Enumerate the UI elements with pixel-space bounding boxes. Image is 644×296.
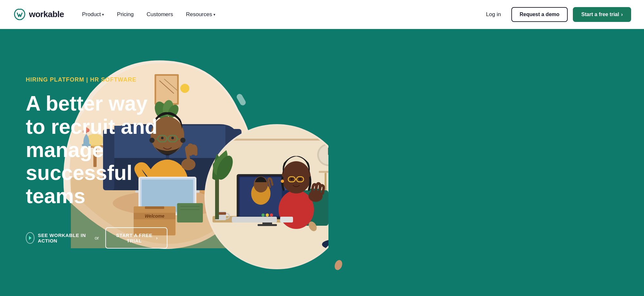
svg-point-68 xyxy=(261,213,265,217)
watch-action-button[interactable]: SEE WORKABLE IN ACTION xyxy=(26,232,88,244)
play-triangle-icon xyxy=(28,236,32,240)
request-demo-button[interactable]: Request a demo xyxy=(511,7,568,22)
hero-content: HIRING PLATFORM | HR SOFTWARE A better w… xyxy=(0,76,193,248)
hero-title: A better way to recruit and manage succe… xyxy=(26,92,167,208)
product-chevron-icon: ▾ xyxy=(102,13,104,17)
svg-rect-86 xyxy=(215,177,219,219)
svg-rect-61 xyxy=(258,224,277,226)
logo[interactable]: workable xyxy=(13,9,64,20)
start-trial-button[interactable]: Start a free trial › xyxy=(573,7,631,22)
svg-rect-55 xyxy=(319,171,328,173)
svg-rect-82 xyxy=(232,217,277,222)
nav-product[interactable]: Product ▾ xyxy=(77,9,109,20)
nav-links: Product ▾ Pricing Customers Resources ▾ xyxy=(77,9,481,20)
nav-pricing[interactable]: Pricing xyxy=(112,9,139,20)
svg-point-70 xyxy=(270,213,273,217)
nav-actions: Log in Request a demo Start a free trial… xyxy=(481,7,631,22)
free-trial-arrow-icon: › xyxy=(156,235,158,241)
svg-point-74 xyxy=(282,161,311,193)
svg-point-69 xyxy=(266,213,269,217)
svg-point-81 xyxy=(308,190,323,202)
navbar: workable Product ▾ Pricing Customers Res… xyxy=(0,0,644,29)
trial-arrow-icon: › xyxy=(621,12,623,17)
logo-icon xyxy=(13,9,26,20)
hero-tag: HIRING PLATFORM | HR SOFTWARE xyxy=(26,76,167,83)
hero-actions: SEE WORKABLE IN ACTION or START A FREE T… xyxy=(26,227,167,249)
svg-rect-83 xyxy=(280,217,293,222)
svg-point-79 xyxy=(290,178,293,180)
nav-customers[interactable]: Customers xyxy=(141,9,178,20)
brown-dot-decoration-2 xyxy=(333,259,344,271)
play-icon xyxy=(26,232,34,244)
svg-point-80 xyxy=(299,178,301,180)
resources-chevron-icon: ▾ xyxy=(213,13,215,17)
nav-resources[interactable]: Resources ▾ xyxy=(181,9,220,20)
hero-or-text: or xyxy=(95,235,99,241)
svg-point-78 xyxy=(281,180,284,183)
login-button[interactable]: Log in xyxy=(481,9,506,20)
free-trial-button[interactable]: START A FREE TRIAL › xyxy=(105,227,167,249)
hero-section: HIRING PLATFORM | HR SOFTWARE A better w… xyxy=(0,29,644,296)
logo-text: workable xyxy=(29,9,64,19)
